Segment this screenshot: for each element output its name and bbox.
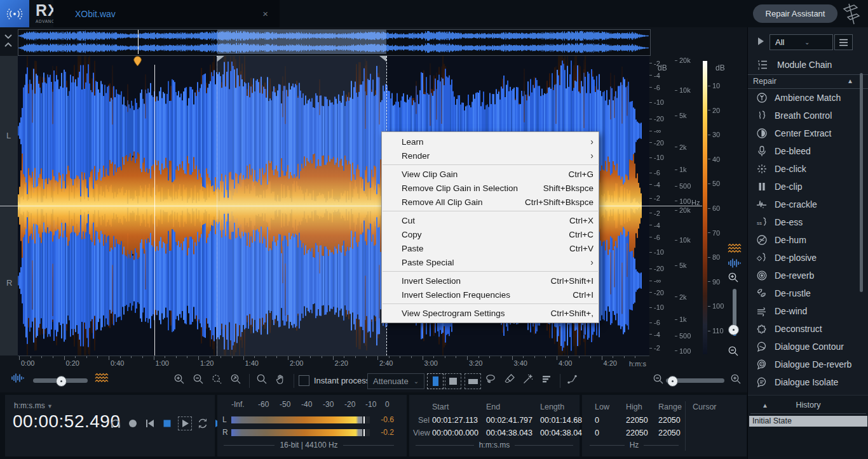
collapse-overview-icon[interactable] — [3, 32, 13, 49]
time-selection-tool[interactable] — [427, 373, 444, 389]
ruler-minor-tick — [41, 356, 42, 358]
sidebar-item-de-ess[interactable]: ssDe-ess — [748, 213, 866, 231]
ruler-tick: 4:20 — [602, 356, 602, 360]
sidebar-item-de-rustle[interactable]: De-rustle — [748, 284, 866, 302]
menu-item-remove-all-clip-gain[interactable]: Remove All Clip GainCtrl+Shift+Bkspce — [382, 195, 599, 209]
sidebar-item-dialogue-isolate[interactable]: Dialogue Isolate — [748, 373, 866, 391]
sidebar-item-breath-control[interactable]: Breath Control — [748, 107, 866, 124]
vertical-zoom-slider-knob[interactable] — [728, 324, 739, 335]
sidebar-item-de-click[interactable]: De-click — [748, 160, 866, 178]
sidebar-item-de-reverb[interactable]: De-reverb — [748, 267, 866, 284]
menu-item-render[interactable]: Render› — [382, 149, 599, 163]
stop-button[interactable] — [161, 417, 173, 430]
waveform-view-icon[interactable] — [10, 373, 25, 383]
repair-section-header[interactable]: Repair ▲ — [748, 75, 868, 89]
horizontal-zoom-slider[interactable] — [666, 378, 724, 383]
zoom-out-vertical-icon[interactable] — [727, 345, 740, 357]
time-frequency-selection-tool[interactable] — [445, 373, 461, 389]
time-ruler[interactable]: h:m:s 0:000:200:401:001:201:402:002:202:… — [18, 356, 649, 369]
izotope-logo[interactable] — [0, 0, 29, 27]
ruler-minor-tick — [232, 356, 233, 358]
loop-button[interactable] — [196, 417, 209, 430]
amplitude-tick: -2 — [649, 60, 660, 67]
menu-item-invert-selection-frequencies[interactable]: Invert Selection FrequenciesCtrl+I — [382, 288, 599, 302]
menu-item-copy[interactable]: CopyCtrl+C — [382, 227, 599, 241]
menu-item-paste-special[interactable]: Paste Special› — [382, 255, 599, 269]
repair-assistant-button[interactable]: Repair Assistant — [753, 4, 837, 23]
menu-item-paste[interactable]: PasteCtrl+V — [382, 241, 599, 255]
sidebar-item-module-chain[interactable]: Module Chain — [748, 55, 868, 75]
frequency-info-header: Range — [658, 402, 682, 411]
menu-item-remove-clip-gain-in-selection[interactable]: Remove Clip Gain in SelectionShift+Bkspc… — [382, 181, 599, 195]
zoom-out-icon[interactable] — [192, 373, 205, 385]
playhead-line[interactable] — [154, 65, 155, 356]
sidebar-item-de-plosive[interactable]: De-plosive — [748, 249, 866, 267]
ruler-tick: 0:40 — [109, 356, 109, 360]
time-format-selector[interactable]: h:m:s.ms ▼ — [14, 401, 53, 410]
history-item[interactable]: Initial State — [749, 416, 867, 427]
menu-item-invert-selection[interactable]: Invert SelectionCtrl+Shift+I — [382, 274, 599, 288]
file-tab[interactable]: XObit.wav × — [53, 0, 280, 27]
headphones-button[interactable] — [109, 417, 122, 430]
menu-item-cut[interactable]: CutCtrl+X — [382, 213, 599, 227]
chevron-down-icon: ⌄ — [414, 378, 420, 385]
sidebar-item-ambience-match[interactable]: Ambience Match — [748, 89, 866, 107]
sidebar-item-de-bleed[interactable]: De-bleed — [748, 142, 866, 160]
amplitude-tick: -4 — [649, 331, 660, 338]
frequency-selection-tool[interactable] — [465, 373, 481, 389]
menu-item-view-spectrogram-settings[interactable]: View Spectrogram SettingsCtrl+Shift+, — [382, 306, 599, 320]
hamburger-menu-icon[interactable] — [834, 34, 853, 50]
menu-item-learn[interactable]: Learn› — [382, 135, 599, 149]
selection-handle-left[interactable] — [217, 56, 224, 62]
magnifier-icon[interactable] — [255, 373, 268, 385]
instant-process-checkbox[interactable] — [299, 375, 309, 386]
horizontal-zoom-slider-knob[interactable] — [667, 376, 678, 387]
zoom-out-horizontal-icon[interactable] — [652, 373, 665, 385]
clip-gain-tool[interactable] — [566, 373, 579, 385]
sidebar-item-dialogue-contour[interactable]: Dialogue Contour — [748, 338, 866, 356]
ruler-minor-tick — [276, 356, 277, 358]
signpost-icon[interactable] — [840, 2, 863, 26]
sidebar-scrollbar[interactable] — [860, 73, 863, 292]
zoom-in-horizontal-icon[interactable] — [729, 373, 742, 385]
tab-close-icon[interactable]: × — [262, 8, 268, 19]
process-module-dropdown[interactable]: Attenuate ⌄ — [367, 373, 424, 389]
zoom-in-vertical-icon[interactable] — [727, 271, 740, 284]
zoom-selection-icon[interactable] — [210, 373, 223, 385]
overview-strip[interactable] — [18, 29, 651, 56]
lasso-selection-tool[interactable] — [484, 373, 497, 385]
brush-selection-tool[interactable] — [503, 373, 516, 385]
sidebar-item-center-extract[interactable]: Center Extract — [748, 124, 866, 142]
skip-to-start-button[interactable] — [144, 417, 156, 430]
record-button[interactable] — [126, 417, 139, 430]
spectrogram-view-icon[interactable] — [94, 373, 109, 383]
sidebar-item-dialogue-de-reverb[interactable]: Dialogue De-reverb — [748, 356, 866, 373]
menu-item-view-clip-gain[interactable]: View Clip GainCtrl+G — [382, 167, 599, 181]
play-button[interactable] — [178, 416, 192, 430]
blend-slider-knob[interactable] — [56, 376, 67, 387]
waveform-view-icon[interactable] — [727, 258, 742, 269]
blend-slider[interactable] — [33, 378, 88, 383]
magic-wand-tool[interactable] — [522, 373, 534, 385]
ruler-minor-tick — [568, 356, 569, 358]
ruler-minor-tick — [120, 356, 121, 358]
zoom-fit-icon[interactable] — [229, 373, 242, 385]
sidebar-item-de-wind[interactable]: De-wind — [748, 302, 866, 320]
selection-handle-right[interactable] — [379, 56, 386, 62]
sidebar-item-de-crackle[interactable]: De-crackle — [748, 196, 866, 213]
sidebar-item-deconstruct[interactable]: Deconstruct — [748, 320, 866, 338]
playhead-pin-icon[interactable] — [133, 56, 142, 67]
spectrogram-view-icon[interactable] — [727, 243, 742, 254]
sidebar-item-de-hum[interactable]: De-hum — [748, 231, 866, 249]
module-filter-dropdown[interactable]: All ⌄ — [770, 34, 833, 50]
menu-separator — [383, 164, 598, 165]
hand-tool-icon[interactable] — [275, 373, 287, 385]
smoothing-tool[interactable] — [540, 373, 553, 385]
collapse-triangle-icon[interactable]: ▲ — [847, 77, 853, 84]
zoom-in-icon[interactable] — [173, 373, 186, 385]
sidebar-item-de-clip[interactable]: De-clip — [748, 178, 866, 196]
frequency-scale: 20k10k5k2k1k500100Hz20k10k5k2k1k500100 — [675, 56, 702, 356]
overview-waveform[interactable] — [18, 30, 649, 54]
play-triangle-icon[interactable] — [757, 37, 764, 46]
meter-scale-label: 0 — [385, 400, 390, 409]
